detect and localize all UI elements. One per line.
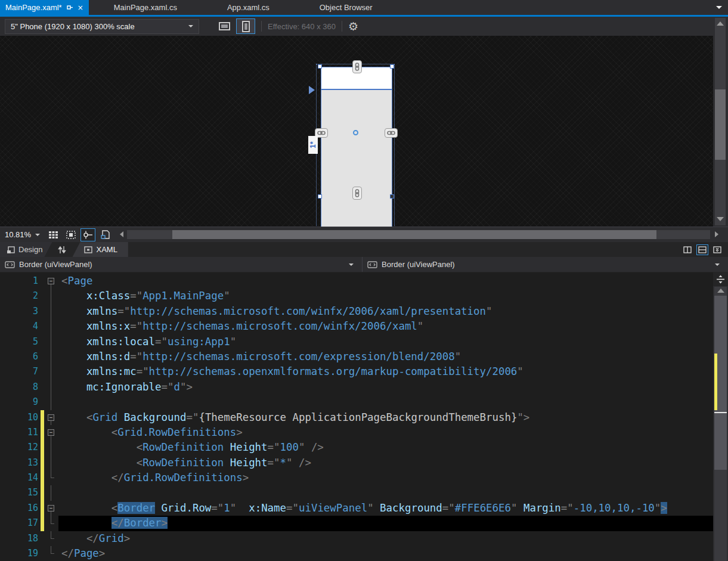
outlining-margin — [44, 380, 58, 395]
code-line[interactable]: 17 </Border> — [0, 516, 713, 531]
artboard-border-uiviewpanel[interactable] — [321, 89, 392, 227]
fold-collapse-box[interactable]: − — [48, 414, 54, 421]
selection-handle-top-left[interactable] — [318, 64, 322, 69]
scroll-up-arrow-icon[interactable] — [717, 21, 724, 26]
outlining-margin — [44, 289, 58, 303]
code-line[interactable]: 5 xmlns:local="using:App1" — [0, 334, 713, 349]
fold-collapse-box[interactable]: − — [48, 278, 54, 284]
changed-lines-scroll-marker — [714, 354, 717, 410]
code-line[interactable]: 18 </Grid> — [0, 531, 713, 546]
selection-handle-bottom-right[interactable] — [390, 194, 394, 199]
code-line[interactable]: 4 xmlns:x="http://schemas.microsoft.com/… — [0, 319, 713, 334]
scroll-left-arrow-icon[interactable] — [120, 231, 123, 237]
code-line[interactable]: 12 <RowDefinition Height="100" /> — [0, 440, 713, 455]
show-grid-button[interactable] — [46, 228, 61, 241]
code-line[interactable]: 15 — [0, 485, 713, 500]
scroll-right-arrow-icon[interactable] — [715, 231, 718, 237]
effective-resolution-label: Effective: 640 x 360 — [268, 22, 336, 31]
tab-label: MainPage.xaml* — [5, 3, 62, 12]
xaml-code-editor: 1−<Page2 x:Class="App1.MainPage"3 xmlns=… — [0, 272, 728, 561]
tab-label: App.xaml.cs — [227, 3, 269, 12]
xaml-view-icon — [84, 246, 92, 253]
pin-icon[interactable] — [66, 4, 73, 11]
code-line[interactable]: 8 mc:Ignorable="d"> — [0, 380, 713, 395]
zoom-level-dropdown[interactable]: 10.81% — [0, 230, 45, 239]
code-line[interactable]: 3 xmlns="http://schemas.microsoft.com/wi… — [0, 304, 713, 319]
fold-collapse-box[interactable]: − — [48, 429, 54, 436]
tab-object-browser[interactable]: Object Browser — [295, 0, 398, 15]
line-number: 5 — [0, 334, 38, 349]
tab-design-view[interactable]: Design — [0, 242, 52, 257]
vertical-split-button[interactable] — [681, 244, 693, 255]
caret-position-scroll-marker — [714, 412, 727, 413]
code-area[interactable]: 1−<Page2 x:Class="App1.MainPage"3 xmlns=… — [0, 272, 713, 561]
swap-panes-button[interactable] — [52, 242, 72, 257]
tab-overflow-caret-icon[interactable] — [716, 6, 722, 9]
fold-collapse-box[interactable]: − — [48, 505, 54, 512]
tab-mainpage-xaml-cs[interactable]: MainPage.xaml.cs — [89, 0, 202, 15]
line-number: 3 — [0, 304, 38, 319]
tab-mainpage-xaml[interactable]: MainPage.xaml* × — [0, 0, 89, 15]
element-selector-value: Border (uiViewPanel) — [19, 260, 92, 269]
line-number: 12 — [0, 440, 38, 455]
code-line[interactable]: 19</Page> — [0, 546, 713, 561]
editor-scrollbar-rail — [713, 272, 728, 561]
portrait-orientation-button[interactable] — [236, 18, 255, 34]
collapse-pane-button[interactable] — [711, 244, 723, 255]
anchor-chain-right-icon[interactable] — [385, 128, 398, 138]
design-vertical-scrollbar[interactable] — [713, 17, 728, 227]
horizontal-split-button[interactable] — [696, 244, 708, 255]
tab-xaml-view[interactable]: XAML — [72, 242, 128, 257]
grid-row-height-badge: 1* — [308, 136, 318, 154]
designer-zoom-bar: 10.81% — [0, 227, 728, 242]
code-line[interactable]: 9 — [0, 395, 713, 410]
snaplines-icon — [83, 231, 93, 239]
snap-to-grid-button[interactable] — [63, 228, 78, 241]
scrollbar-thumb[interactable] — [172, 230, 656, 239]
code-line[interactable]: 1−<Page — [0, 274, 713, 289]
anchor-chain-top-icon[interactable] — [352, 60, 362, 73]
line-number: 14 — [0, 470, 38, 485]
code-line[interactable]: 7 xmlns:mc="http://schemas.openxmlformat… — [0, 364, 713, 379]
code-line[interactable]: 6 xmlns:d="http://schemas.microsoft.com/… — [0, 349, 713, 364]
selection-handle-top-right[interactable] — [390, 64, 394, 69]
line-number: 1 — [0, 274, 38, 289]
tab-app-xaml-cs[interactable]: App.xaml.cs — [202, 0, 295, 15]
code-line[interactable]: 2 x:Class="App1.MainPage" — [0, 289, 713, 303]
snaplines-toggle-button[interactable] — [80, 228, 95, 241]
anchor-chain-bottom-icon[interactable] — [352, 187, 362, 200]
scrollbar-thumb[interactable] — [715, 89, 726, 160]
scroll-down-arrow-icon[interactable] — [717, 217, 724, 221]
grid-icon — [49, 231, 58, 238]
line-number: 11 — [0, 425, 38, 440]
toggle-artboard-background-button[interactable] — [98, 228, 113, 241]
split-editor-grip[interactable] — [713, 272, 728, 286]
outlining-margin[interactable]: − — [44, 274, 58, 289]
design-horizontal-scrollbar[interactable] — [119, 227, 728, 242]
outlining-margin[interactable]: − — [44, 425, 58, 440]
chevron-down-icon — [349, 264, 354, 266]
code-line[interactable]: 13 <RowDefinition Height="*" /> — [0, 455, 713, 470]
scroll-up-arrow-icon[interactable] — [717, 289, 724, 293]
device-selector-dropdown[interactable]: 5" Phone (1920 x 1080) 300% scale — [5, 19, 199, 34]
outlining-margin — [44, 319, 58, 334]
landscape-orientation-button[interactable] — [215, 18, 234, 34]
design-surface[interactable]: 1* — [0, 36, 713, 227]
code-line[interactable]: 11− <Grid.RowDefinitions> — [0, 425, 713, 440]
selection-handle-bottom-left[interactable] — [318, 194, 322, 199]
outlining-margin[interactable]: − — [44, 410, 58, 425]
grid-row-marker-icon[interactable] — [309, 86, 315, 94]
outlining-margin — [44, 395, 58, 410]
code-line[interactable]: 16− <Border Grid.Row="1" x:Name="uiViewP… — [0, 501, 713, 516]
chevron-down-icon — [715, 264, 720, 266]
element-selector-right[interactable]: Border (uiViewPanel) — [363, 257, 728, 272]
close-icon[interactable]: × — [78, 4, 83, 12]
gear-icon[interactable]: ⚙ — [348, 21, 358, 32]
outlining-margin — [44, 470, 58, 485]
element-selector-left[interactable]: Border (uiViewPanel) — [0, 257, 363, 272]
outlining-margin[interactable]: − — [44, 501, 58, 516]
artboard-background-icon — [101, 230, 110, 239]
code-line[interactable]: 10− <Grid Background="{ThemeResource App… — [0, 410, 713, 425]
outlining-margin — [44, 440, 58, 455]
code-line[interactable]: 14 </Grid.RowDefinitions> — [0, 470, 713, 485]
